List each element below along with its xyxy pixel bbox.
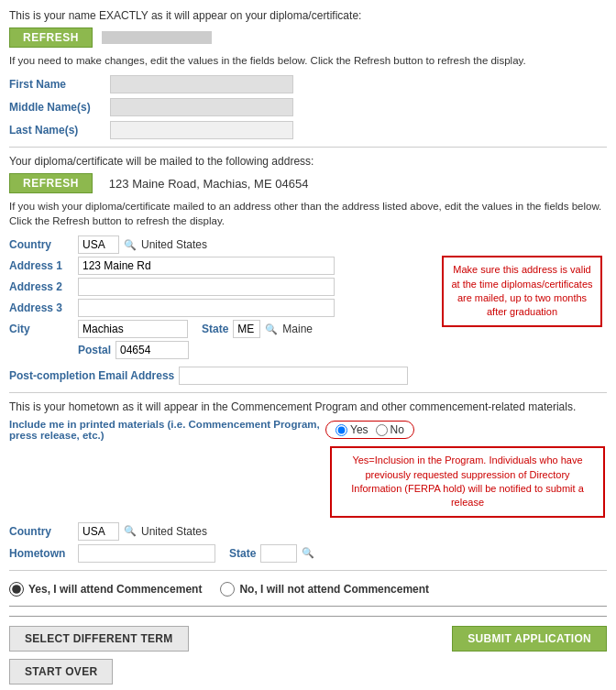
bottom-row: Start Over	[9, 659, 607, 685]
address3-label: Address 3	[9, 301, 73, 314]
include-yes-label: Yes	[350, 423, 368, 436]
include-yes-radio[interactable]	[336, 424, 347, 436]
diploma-name-section: This is your name EXACTLY as it will app…	[9, 9, 607, 139]
divider-4	[9, 606, 607, 607]
first-name-input[interactable]	[110, 75, 293, 93]
state-code-input[interactable]	[233, 320, 260, 338]
first-name-row: First Name	[9, 75, 607, 93]
action-row: Select Different Term Submit Application	[9, 626, 607, 652]
divider-2	[9, 392, 607, 393]
post-email-input[interactable]	[179, 367, 408, 385]
diploma-refresh-button[interactable]: Refresh	[9, 27, 93, 48]
state-label: State	[202, 323, 228, 335]
include-row: Include me in printed materials (i.e. Co…	[9, 419, 607, 441]
attend-yes-label: Yes, I will attend Commencement	[28, 583, 202, 596]
postal-row: Postal	[9, 341, 607, 359]
last-name-row: Last Name(s)	[9, 121, 607, 139]
attend-no-label: No, I will not attend Commencement	[239, 583, 429, 596]
divider-3	[9, 570, 607, 571]
address2-input[interactable]	[78, 278, 335, 296]
hometown-country-code-input[interactable]	[78, 522, 119, 541]
country-name-display: United States	[141, 238, 207, 251]
hometown-description: This is your hometown as it will appear …	[9, 400, 607, 413]
divider-1	[9, 147, 607, 148]
mailing-label: Your diploma/certificate will be mailed …	[9, 155, 607, 168]
city-label: City	[9, 323, 73, 335]
post-email-row: Post-completion Email Address	[9, 367, 607, 385]
city-input[interactable]	[78, 320, 188, 338]
hometown-section: This is your hometown as it will appear …	[9, 400, 607, 563]
mailing-address-section: Your diploma/certificate will be mailed …	[9, 155, 607, 359]
attend-yes-radio[interactable]	[9, 582, 24, 597]
hometown-state-label: State	[229, 547, 256, 560]
address-tooltip: Make sure this address is valid at the t…	[442, 256, 602, 327]
country-search-icon[interactable]: 🔍	[124, 239, 137, 251]
post-email-label: Post-completion Email Address	[9, 369, 174, 382]
postal-input[interactable]	[116, 341, 189, 359]
hometown-country-label: Country	[9, 525, 73, 538]
address-display-value: 123 Maine Road, Machias, ME 04654	[102, 175, 316, 192]
hometown-country-row: Country 🔍 United States	[9, 522, 607, 541]
select-term-button[interactable]: Select Different Term	[9, 626, 189, 652]
country-row: Country 🔍 United States	[9, 235, 607, 254]
state-name-display: Maine	[282, 323, 313, 335]
attend-yes-option[interactable]: Yes, I will attend Commencement	[9, 582, 202, 597]
middle-name-input[interactable]	[110, 98, 293, 116]
middle-name-label: Middle Name(s)	[9, 101, 110, 114]
country-input-group: 🔍 United States	[78, 235, 207, 254]
first-name-label: First Name	[9, 78, 110, 91]
hometown-tooltip: Yes=Inclusion in the Program. Individual…	[330, 446, 605, 518]
middle-name-row: Middle Name(s)	[9, 98, 607, 116]
submit-button[interactable]: Submit Application	[452, 626, 607, 652]
address1-input[interactable]	[78, 257, 335, 275]
hometown-label: Hometown	[9, 547, 73, 560]
hometown-input[interactable]	[78, 544, 215, 563]
address3-input[interactable]	[78, 299, 335, 317]
include-no-label: No	[390, 423, 404, 436]
diploma-edit-info: If you need to make changes, edit the va…	[9, 53, 607, 68]
include-no-radio[interactable]	[376, 424, 388, 436]
include-no-option[interactable]: No	[376, 423, 404, 436]
last-name-input[interactable]	[110, 121, 293, 139]
state-search-icon[interactable]: 🔍	[265, 323, 278, 335]
include-radio-group: Yes No	[325, 421, 414, 439]
attend-no-radio[interactable]	[220, 582, 235, 597]
hometown-country-name-display: United States	[141, 525, 207, 538]
address2-label: Address 2	[9, 280, 73, 293]
include-label: Include me in printed materials (i.e. Co…	[9, 419, 321, 441]
divider-5	[9, 616, 607, 617]
country-label: Country	[9, 238, 73, 251]
last-name-label: Last Name(s)	[9, 124, 110, 137]
postal-label: Postal	[78, 344, 111, 356]
diploma-name-value	[102, 31, 212, 44]
address-edit-info: If you wish your diploma/certificate mai…	[9, 199, 607, 228]
diploma-refresh-row: Refresh	[9, 27, 607, 48]
address1-label: Address 1	[9, 259, 73, 272]
address-refresh-row: Refresh 123 Maine Road, Machias, ME 0465…	[9, 173, 607, 193]
country-code-input[interactable]	[78, 235, 119, 254]
attend-no-option[interactable]: No, I will not attend Commencement	[220, 582, 429, 597]
hometown-form: Country 🔍 United States Hometown State 🔍	[9, 522, 607, 563]
diploma-name-label: This is your name EXACTLY as it will app…	[9, 9, 607, 22]
include-yes-option[interactable]: Yes	[336, 423, 368, 436]
attend-row: Yes, I will attend Commencement No, I wi…	[9, 582, 607, 597]
hometown-country-search-icon[interactable]: 🔍	[124, 525, 137, 537]
start-over-button[interactable]: Start Over	[9, 659, 113, 685]
hometown-city-row: Hometown State 🔍	[9, 544, 607, 563]
hometown-state-search-icon[interactable]: 🔍	[302, 547, 314, 559]
hometown-state-input[interactable]	[260, 544, 297, 563]
address-refresh-button[interactable]: Refresh	[9, 173, 93, 193]
